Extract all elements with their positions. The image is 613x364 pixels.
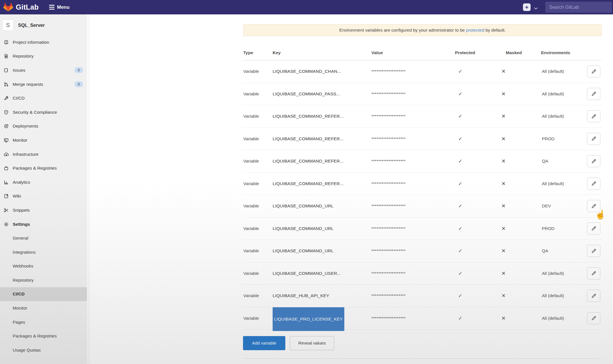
- edit-variable-button[interactable]: [587, 110, 600, 122]
- add-variable-button[interactable]: Add variable: [243, 336, 285, 350]
- sidebar-item-ci-cd[interactable]: CI/CD: [0, 91, 89, 105]
- chevron-down-icon[interactable]: [534, 6, 538, 11]
- top-navigation-bar: GitLab Menu +: [0, 0, 613, 14]
- sidebar-scrollbar[interactable]: [87, 14, 89, 364]
- variable-environments: QA: [542, 150, 548, 172]
- plus-icon: +: [525, 4, 528, 10]
- edit-variable-button[interactable]: [587, 155, 600, 167]
- variable-value-masked: ********************: [371, 83, 406, 105]
- variable-row: VariableLIQUIBASE_COMMAND_REFER...******…: [243, 105, 601, 128]
- variable-row: VariableLIQUIBASE_COMMAND_URL***********…: [243, 218, 601, 240]
- sidebar-item-general[interactable]: General: [0, 231, 89, 245]
- sidebar-item-label: Analytics: [13, 180, 30, 185]
- sidebar-item-snippets[interactable]: Snippets: [0, 203, 89, 217]
- edit-variable-button[interactable]: [587, 200, 600, 212]
- sidebar-item-security-compliance[interactable]: Security & Compliance: [0, 105, 89, 119]
- sidebar-item-label: Pages: [13, 320, 25, 325]
- hamburger-icon: [49, 5, 54, 10]
- sidebar-item-usage-quotas[interactable]: Usage Quotas: [0, 343, 89, 357]
- variable-environments: DEV: [542, 195, 551, 217]
- sidebar-item-merge-requests[interactable]: Merge requests0: [0, 77, 89, 91]
- pencil-icon: [591, 315, 597, 321]
- protected-check-icon: ✓: [458, 150, 462, 172]
- sidebar-item-deployments[interactable]: Deployments: [0, 119, 89, 133]
- masked-cross-icon: ✕: [501, 128, 505, 150]
- repository-icon: [4, 54, 9, 59]
- variables-table-body: VariableLIQUIBASE_COMMAND_CHAN...*******…: [243, 60, 601, 330]
- variable-row: VariableLIQUIBASE_COMMAND_URL***********…: [243, 240, 601, 262]
- variable-row: VariableLIQUIBASE_PRO_LICENSE_KEY*******…: [243, 307, 601, 330]
- protected-check-icon: ✓: [458, 60, 462, 83]
- edit-variable-button[interactable]: [587, 88, 600, 100]
- sidebar-item-repository[interactable]: Repository: [0, 273, 89, 287]
- masked-cross-icon: ✕: [501, 195, 505, 217]
- protected-variables-banner: Environment variables are configured by …: [243, 24, 602, 36]
- sidebar-item-project-information[interactable]: Project information: [0, 35, 89, 49]
- sidebar-nav: Project informationRepositoryIssues0Merg…: [0, 35, 89, 357]
- variable-type: Variable: [243, 307, 259, 330]
- masked-cross-icon: ✕: [501, 285, 505, 307]
- sidebar-item-webhooks[interactable]: Webhooks: [0, 259, 89, 273]
- edit-variable-button[interactable]: [587, 290, 600, 302]
- sidebar-item-issues[interactable]: Issues0: [0, 63, 89, 77]
- variable-environments: All (default): [542, 105, 564, 128]
- variable-key: LIQUIBASE_COMMAND_CHAN...: [273, 60, 341, 83]
- pencil-icon: [591, 203, 597, 209]
- variable-row: VariableLIQUIBASE_COMMAND_PASS...*******…: [243, 83, 601, 106]
- variable-environments: All (default): [542, 307, 564, 330]
- edit-variable-button[interactable]: [587, 245, 600, 257]
- menu-button[interactable]: Menu: [49, 0, 69, 14]
- project-name: SQL_Server: [18, 23, 45, 28]
- edit-variable-button[interactable]: [587, 133, 600, 145]
- protected-link[interactable]: protected: [466, 28, 484, 32]
- sidebar-item-integrations[interactable]: Integrations: [0, 245, 89, 259]
- variable-environments: QA: [542, 240, 548, 262]
- sidebar-item-infrastructure[interactable]: Infrastructure: [0, 147, 89, 161]
- sidebar-item-monitor[interactable]: Monitor: [0, 133, 89, 147]
- edit-variable-button[interactable]: [587, 177, 600, 190]
- variable-value-masked: ********************: [371, 285, 406, 307]
- sidebar-item-packages-registries[interactable]: Packages & Registries: [0, 329, 89, 343]
- sidebar-item-label: Deployments: [13, 124, 38, 129]
- new-item-button[interactable]: +: [523, 3, 531, 11]
- project-header[interactable]: S SQL_Server: [0, 18, 89, 32]
- variable-row: VariableLIQUIBASE_COMMAND_REFER...******…: [243, 173, 601, 195]
- sidebar-item-monitor[interactable]: Monitor: [0, 301, 89, 315]
- variable-value-masked: ********************: [371, 60, 406, 83]
- edit-variable-button[interactable]: [587, 222, 600, 234]
- masked-cross-icon: ✕: [501, 60, 505, 83]
- sidebar-item-repository[interactable]: Repository: [0, 49, 89, 63]
- sidebar-item-analytics[interactable]: Analytics: [0, 175, 89, 189]
- issues-icon: [4, 68, 9, 73]
- sidebar-item-settings[interactable]: Settings: [0, 217, 89, 231]
- pencil-icon: [591, 181, 597, 187]
- merge-requests-icon: [4, 82, 9, 87]
- edit-variable-button[interactable]: [587, 65, 600, 78]
- search-input[interactable]: [545, 2, 612, 13]
- masked-cross-icon: ✕: [501, 240, 505, 262]
- sidebar-item-label: Merge requests: [13, 82, 43, 87]
- edit-variable-button[interactable]: [587, 312, 600, 324]
- masked-cross-icon: ✕: [501, 83, 505, 105]
- sidebar: S SQL_Server Project informationReposito…: [0, 14, 89, 364]
- variable-key: LIQUIBASE_COMMAND_URL: [273, 218, 334, 240]
- sidebar-item-wiki[interactable]: Wiki: [0, 189, 89, 203]
- sidebar-item-pages[interactable]: Pages: [0, 315, 89, 329]
- masked-cross-icon: ✕: [501, 150, 505, 172]
- sidebar-item-label: Issues: [13, 68, 25, 73]
- variable-environments: PROD: [542, 128, 555, 150]
- sidebar-item-ci-cd[interactable]: CI/CD: [0, 287, 89, 301]
- pencil-icon: [591, 113, 597, 119]
- variable-key: LIQUIBASE_COMMAND_REFER...: [273, 173, 344, 195]
- sidebar-item-packages-registries[interactable]: Packages & Registries: [0, 161, 89, 175]
- protected-check-icon: ✓: [458, 307, 462, 330]
- reveal-values-button[interactable]: Reveal values: [290, 336, 334, 350]
- gitlab-cicd-variables-page: GitLab Menu + S SQL_Server Project infor…: [0, 0, 613, 364]
- package-icon: [4, 166, 9, 171]
- gitlab-logo-icon[interactable]: [3, 2, 13, 12]
- edit-variable-button[interactable]: [587, 267, 600, 279]
- gitlab-wordmark[interactable]: GitLab: [16, 0, 39, 14]
- sidebar-item-label: Monitor: [13, 306, 27, 311]
- protected-check-icon: ✓: [458, 240, 462, 262]
- protected-check-icon: ✓: [458, 128, 462, 150]
